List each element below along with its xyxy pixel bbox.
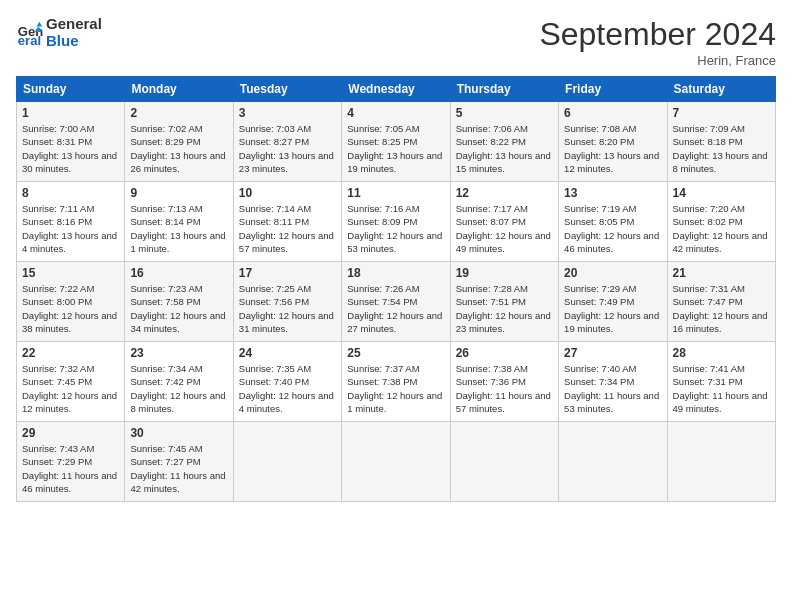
svg-text:eral: eral — [18, 33, 41, 47]
cell-empty-1 — [233, 422, 341, 502]
cell-sep-23: 23 Sunrise: 7:34 AM Sunset: 7:42 PM Dayl… — [125, 342, 233, 422]
cell-sep-15: 15 Sunrise: 7:22 AM Sunset: 8:00 PM Dayl… — [17, 262, 125, 342]
logo-icon: Gen eral — [16, 19, 44, 47]
col-wednesday: Wednesday — [342, 77, 450, 102]
header-row: Sunday Monday Tuesday Wednesday Thursday… — [17, 77, 776, 102]
col-monday: Monday — [125, 77, 233, 102]
location: Herin, France — [539, 53, 776, 68]
cell-sep-17: 17 Sunrise: 7:25 AM Sunset: 7:56 PM Dayl… — [233, 262, 341, 342]
cell-sep-20: 20 Sunrise: 7:29 AM Sunset: 7:49 PM Dayl… — [559, 262, 667, 342]
cell-sep-5: 5 Sunrise: 7:06 AM Sunset: 8:22 PM Dayli… — [450, 102, 558, 182]
week-row-5: 29 Sunrise: 7:43 AM Sunset: 7:29 PM Dayl… — [17, 422, 776, 502]
calendar-page: Gen eral General Blue September 2024 Her… — [0, 0, 792, 612]
cell-empty-2 — [342, 422, 450, 502]
cell-sep-18: 18 Sunrise: 7:26 AM Sunset: 7:54 PM Dayl… — [342, 262, 450, 342]
header: Gen eral General Blue September 2024 Her… — [16, 16, 776, 68]
cell-sep-11: 11 Sunrise: 7:16 AM Sunset: 8:09 PM Dayl… — [342, 182, 450, 262]
cell-sep-14: 14 Sunrise: 7:20 AM Sunset: 8:02 PM Dayl… — [667, 182, 775, 262]
cell-sep-30: 30 Sunrise: 7:45 AM Sunset: 7:27 PM Dayl… — [125, 422, 233, 502]
week-row-3: 15 Sunrise: 7:22 AM Sunset: 8:00 PM Dayl… — [17, 262, 776, 342]
col-saturday: Saturday — [667, 77, 775, 102]
cell-sep-22: 22 Sunrise: 7:32 AM Sunset: 7:45 PM Dayl… — [17, 342, 125, 422]
cell-empty-3 — [450, 422, 558, 502]
cell-sep-2: 2 Sunrise: 7:02 AM Sunset: 8:29 PM Dayli… — [125, 102, 233, 182]
logo-blue: Blue — [46, 33, 102, 50]
cell-sep-13: 13 Sunrise: 7:19 AM Sunset: 8:05 PM Dayl… — [559, 182, 667, 262]
cell-sep-28: 28 Sunrise: 7:41 AM Sunset: 7:31 PM Dayl… — [667, 342, 775, 422]
cell-sep-16: 16 Sunrise: 7:23 AM Sunset: 7:58 PM Dayl… — [125, 262, 233, 342]
cell-sep-9: 9 Sunrise: 7:13 AM Sunset: 8:14 PM Dayli… — [125, 182, 233, 262]
col-thursday: Thursday — [450, 77, 558, 102]
calendar-table: Sunday Monday Tuesday Wednesday Thursday… — [16, 76, 776, 502]
cell-sep-1: 1 Sunrise: 7:00 AM Sunset: 8:31 PM Dayli… — [17, 102, 125, 182]
cell-sep-7: 7 Sunrise: 7:09 AM Sunset: 8:18 PM Dayli… — [667, 102, 775, 182]
week-row-4: 22 Sunrise: 7:32 AM Sunset: 7:45 PM Dayl… — [17, 342, 776, 422]
logo-general: General — [46, 16, 102, 33]
col-tuesday: Tuesday — [233, 77, 341, 102]
cell-sep-8: 8 Sunrise: 7:11 AM Sunset: 8:16 PM Dayli… — [17, 182, 125, 262]
col-sunday: Sunday — [17, 77, 125, 102]
cell-sep-29: 29 Sunrise: 7:43 AM Sunset: 7:29 PM Dayl… — [17, 422, 125, 502]
month-title: September 2024 — [539, 16, 776, 53]
cell-sep-6: 6 Sunrise: 7:08 AM Sunset: 8:20 PM Dayli… — [559, 102, 667, 182]
col-friday: Friday — [559, 77, 667, 102]
cell-empty-5 — [667, 422, 775, 502]
cell-sep-4: 4 Sunrise: 7:05 AM Sunset: 8:25 PM Dayli… — [342, 102, 450, 182]
cell-sep-25: 25 Sunrise: 7:37 AM Sunset: 7:38 PM Dayl… — [342, 342, 450, 422]
cell-sep-21: 21 Sunrise: 7:31 AM Sunset: 7:47 PM Dayl… — [667, 262, 775, 342]
cell-sep-19: 19 Sunrise: 7:28 AM Sunset: 7:51 PM Dayl… — [450, 262, 558, 342]
cell-sep-10: 10 Sunrise: 7:14 AM Sunset: 8:11 PM Dayl… — [233, 182, 341, 262]
cell-sep-12: 12 Sunrise: 7:17 AM Sunset: 8:07 PM Dayl… — [450, 182, 558, 262]
cell-sep-27: 27 Sunrise: 7:40 AM Sunset: 7:34 PM Dayl… — [559, 342, 667, 422]
cell-sep-3: 3 Sunrise: 7:03 AM Sunset: 8:27 PM Dayli… — [233, 102, 341, 182]
title-area: September 2024 Herin, France — [539, 16, 776, 68]
cell-sep-24: 24 Sunrise: 7:35 AM Sunset: 7:40 PM Dayl… — [233, 342, 341, 422]
week-row-1: 1 Sunrise: 7:00 AM Sunset: 8:31 PM Dayli… — [17, 102, 776, 182]
week-row-2: 8 Sunrise: 7:11 AM Sunset: 8:16 PM Dayli… — [17, 182, 776, 262]
logo: Gen eral General Blue — [16, 16, 102, 49]
cell-empty-4 — [559, 422, 667, 502]
cell-sep-26: 26 Sunrise: 7:38 AM Sunset: 7:36 PM Dayl… — [450, 342, 558, 422]
